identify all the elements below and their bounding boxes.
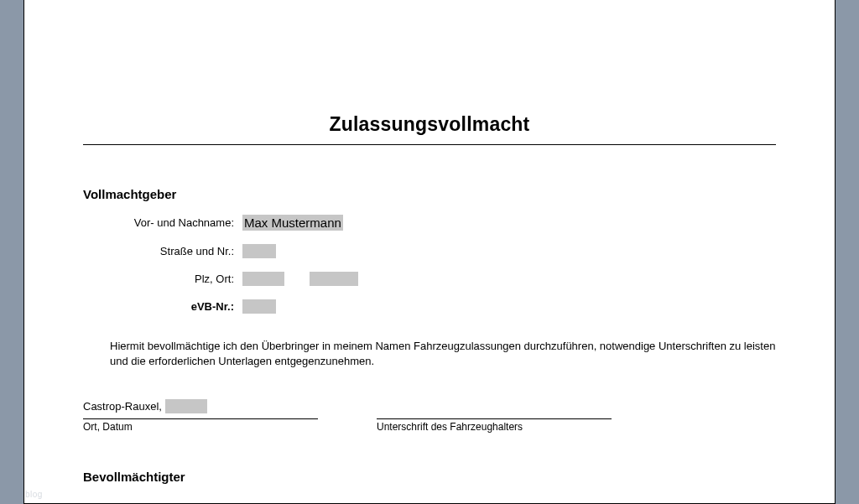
signature-label-right: Unterschrift des Fahrzeughalters — [377, 421, 523, 433]
field-row-street: Straße und Nr.: — [83, 244, 776, 258]
street-redacted — [242, 244, 276, 258]
city-value-wrap — [242, 272, 358, 286]
section-authorized-heading: Bevollmächtigter — [83, 470, 776, 484]
city-label: Plz, Ort: — [83, 273, 242, 285]
signature-labels: Ort, Datum Unterschrift des Fahrzeughalt… — [83, 421, 776, 433]
name-label: Vor- und Nachname: — [83, 216, 242, 229]
evb-label: eVB-Nr.: — [83, 300, 242, 313]
street-value-wrap — [242, 244, 276, 258]
ort-redacted — [310, 272, 358, 286]
signature-area: Castrop-Rauxel, Ort, Datum Unterschrift … — [83, 399, 776, 433]
signature-line-left — [83, 418, 318, 419]
name-value: Max Mustermann — [242, 215, 343, 231]
field-row-evb: eVB-Nr.: — [83, 299, 776, 314]
document-page: Zulassungsvollmacht Vollmachtgeber Vor- … — [23, 0, 836, 504]
title-divider — [83, 144, 776, 145]
field-row-name: Vor- und Nachname: Max Mustermann — [83, 215, 776, 231]
street-label: Straße und Nr.: — [83, 245, 242, 257]
signature-city-prefix: Castrop-Rauxel, — [83, 400, 162, 413]
evb-value-wrap — [242, 299, 276, 314]
authorization-paragraph: Hiermit bevollmächtige ich den Überbring… — [110, 339, 776, 369]
signature-label-left: Ort, Datum — [83, 421, 318, 433]
signature-city-row: Castrop-Rauxel, — [83, 399, 776, 413]
signature-date-redacted — [165, 399, 207, 413]
name-value-wrap: Max Mustermann — [242, 215, 343, 231]
watermark: blog — [25, 490, 43, 499]
section-grantor-heading: Vollmachtgeber — [83, 187, 776, 201]
plz-redacted — [242, 272, 284, 286]
document-title: Zulassungsvollmacht — [83, 113, 776, 136]
signature-rules — [83, 418, 776, 419]
evb-redacted — [242, 299, 276, 314]
field-row-city: Plz, Ort: — [83, 272, 776, 286]
signature-line-right — [377, 418, 612, 419]
